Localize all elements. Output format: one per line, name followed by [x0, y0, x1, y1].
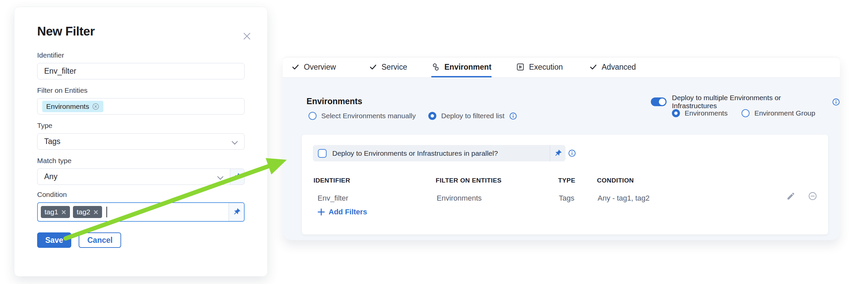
- condition-field-group: Condition tag1 tag2: [37, 191, 245, 222]
- radio-environments[interactable]: Environments: [672, 109, 727, 117]
- pin-icon: [552, 148, 563, 159]
- tab-label: Environment: [444, 63, 492, 72]
- filter-on-entities-field-group: Filter on Entities Environments: [37, 86, 245, 115]
- parallel-label: Deploy to Environments or Infrastructure…: [332, 149, 550, 158]
- tab-label: Service: [381, 63, 407, 72]
- column-header: IDENTIFIER: [313, 177, 350, 184]
- radio-label: Environment Group: [754, 109, 815, 117]
- row-identifier: Env_filter: [317, 194, 348, 203]
- condition-tag-label: tag2: [76, 208, 90, 216]
- match-type-select[interactable]: Any: [37, 168, 230, 185]
- info-icon[interactable]: [509, 112, 517, 120]
- deploy-multiple-toggle[interactable]: [651, 97, 666, 106]
- tab-advanced[interactable]: Advanced: [589, 57, 636, 77]
- tab-label: Execution: [529, 63, 563, 72]
- info-icon[interactable]: [568, 149, 576, 157]
- new-filter-modal: New Filter Identifier Env_filter Filter …: [14, 7, 268, 277]
- remove-icon[interactable]: [808, 192, 817, 201]
- row-type: Tags: [559, 194, 574, 203]
- add-filters-label: Add Filters: [329, 208, 367, 216]
- text-cursor: [106, 207, 107, 217]
- condition-tag-chip[interactable]: tag2: [73, 206, 102, 218]
- identifier-value: Env_filter: [44, 67, 76, 76]
- page: New Filter Identifier Env_filter Filter …: [0, 0, 868, 284]
- toggle-label: Deploy to multiple Environments or Infra…: [672, 94, 827, 110]
- chip-remove-icon[interactable]: [61, 210, 66, 215]
- check-icon: [291, 63, 300, 71]
- parallel-checkbox[interactable]: [318, 149, 327, 158]
- condition-tag-chip[interactable]: tag1: [41, 206, 70, 218]
- condition-input[interactable]: tag1 tag2: [37, 202, 245, 222]
- chip-remove-icon[interactable]: [92, 103, 99, 110]
- tab-service[interactable]: Service: [369, 57, 407, 77]
- condition-pin-button[interactable]: [228, 203, 244, 221]
- chevron-down-icon: [231, 138, 238, 144]
- row-condition: Any - tag1, tag2: [598, 194, 650, 203]
- column-header: TYPE: [558, 177, 575, 184]
- check-icon: [369, 63, 377, 71]
- type-select[interactable]: Tags: [37, 133, 245, 150]
- check-icon: [589, 63, 597, 71]
- environment-selection-radios: Select Environments manually Deploy to f…: [309, 112, 517, 120]
- match-type-field-group: Match type Any: [37, 157, 245, 185]
- info-icon[interactable]: [832, 98, 840, 106]
- execution-icon: [516, 63, 525, 71]
- radio-label: Environments: [685, 109, 727, 117]
- type-label: Type: [37, 121, 245, 130]
- modal-title: New Filter: [37, 24, 95, 38]
- radio-deploy-to-filtered-list[interactable]: Deploy to filtered list: [428, 112, 517, 120]
- chevron-down-icon: [217, 173, 223, 179]
- add-filters-button[interactable]: Add Filters: [317, 208, 367, 216]
- radio-icon[interactable]: [672, 109, 680, 117]
- environment-icon: [431, 63, 440, 71]
- type-field-group: Type Tags: [37, 121, 245, 150]
- radio-icon[interactable]: [428, 112, 436, 120]
- pin-icon: [231, 171, 243, 182]
- save-button[interactable]: Save: [37, 232, 71, 248]
- match-type-pin-button[interactable]: [230, 168, 245, 185]
- radio-select-environments-manually[interactable]: Select Environments manually: [309, 112, 415, 120]
- entity-chip-label: Environments: [46, 103, 89, 111]
- match-type-value: Any: [44, 172, 58, 181]
- condition-tag-label: tag1: [44, 208, 58, 216]
- radio-label: Select Environments manually: [321, 112, 415, 120]
- tab-label: Overview: [304, 63, 336, 72]
- tab-environment[interactable]: Environment: [431, 57, 492, 77]
- radio-label: Deploy to filtered list: [441, 112, 504, 120]
- filter-on-entities-input[interactable]: Environments: [37, 98, 245, 115]
- entity-chip[interactable]: Environments: [42, 101, 103, 112]
- column-header: CONDITION: [597, 177, 634, 184]
- filters-card: Deploy to Environments or Infrastructure…: [302, 135, 828, 234]
- close-icon[interactable]: [241, 30, 253, 42]
- plus-icon: [317, 208, 325, 216]
- radio-environment-group[interactable]: Environment Group: [742, 109, 815, 117]
- row-filter-on-entities: Environments: [437, 194, 482, 203]
- type-value: Tags: [44, 137, 61, 146]
- environment-panel: Overview Service Environment Execution A…: [283, 57, 840, 240]
- parallel-pin-button[interactable]: [550, 145, 565, 162]
- match-type-label: Match type: [37, 157, 245, 165]
- identifier-input[interactable]: Env_filter: [37, 63, 245, 79]
- filter-on-entities-label: Filter on Entities: [37, 86, 245, 94]
- parallel-deploy-bar: Deploy to Environments or Infrastructure…: [313, 145, 565, 162]
- multi-environment-toggle-row: Deploy to multiple Environments or Infra…: [651, 94, 840, 110]
- environments-heading: Environments: [307, 96, 362, 106]
- radio-icon[interactable]: [742, 109, 749, 117]
- edit-icon[interactable]: [786, 192, 796, 201]
- identifier-field-group: Identifier Env_filter: [37, 51, 245, 79]
- column-header: FILTER ON ENTITIES: [436, 177, 502, 184]
- stage-tabbar: Overview Service Environment Execution A…: [283, 57, 840, 78]
- chip-remove-icon[interactable]: [93, 210, 98, 215]
- tab-execution[interactable]: Execution: [516, 57, 563, 77]
- condition-label: Condition: [37, 191, 245, 199]
- tab-overview[interactable]: Overview: [291, 57, 336, 77]
- radio-icon[interactable]: [309, 112, 316, 120]
- tab-label: Advanced: [602, 63, 636, 72]
- cancel-button[interactable]: Cancel: [79, 232, 121, 248]
- pin-icon: [231, 206, 242, 218]
- identifier-label: Identifier: [37, 51, 245, 59]
- environment-group-radios: Environments Environment Group: [672, 109, 815, 117]
